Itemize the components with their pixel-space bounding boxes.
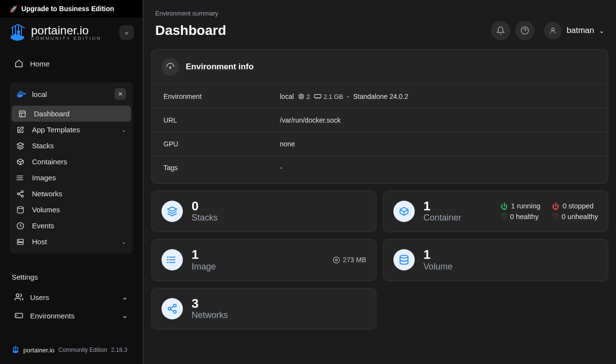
sidebar-collapse-button[interactable]: «	[119, 25, 134, 40]
tile-images[interactable]: 1 Image 273 MB	[151, 239, 376, 281]
cpu-chip: 2	[298, 93, 310, 100]
disk-icon	[333, 256, 340, 264]
user-menu[interactable]: batman ⌄	[544, 22, 604, 39]
nav-label: Users	[30, 293, 49, 301]
svg-point-34	[18, 240, 19, 240]
svg-point-67	[400, 255, 408, 258]
help-icon	[520, 26, 529, 35]
upgrade-label: Upgrade to Business Edition	[21, 5, 114, 13]
settings-heading: Settings	[0, 263, 143, 285]
nav-label: Volumes	[32, 206, 60, 214]
templates-icon	[16, 126, 25, 134]
svg-point-65	[333, 257, 340, 263]
nav-label: Events	[32, 222, 54, 230]
username: batman	[567, 26, 594, 35]
svg-point-69	[168, 307, 171, 310]
svg-point-40	[552, 28, 554, 31]
svg-line-29	[19, 194, 22, 196]
breadcrumb: Environment summary	[144, 0, 616, 17]
gauge-icon	[162, 58, 179, 76]
svg-point-30	[17, 206, 23, 208]
brand-logo[interactable]: portainer.io COMMUNITY EDITION	[9, 22, 101, 43]
container-stats: ⏻1 running ⏻0 stopped ♡0 healthy ♡0 unhe…	[501, 202, 598, 221]
user-avatar	[544, 22, 562, 39]
row-value: /var/run/docker.sock	[268, 109, 608, 132]
env-close-button[interactable]: ✕	[114, 88, 126, 100]
containers-icon	[16, 158, 25, 166]
nav-label: App Templates	[32, 126, 80, 134]
svg-point-24	[17, 179, 17, 180]
version-value: Standalone 24.0.2	[353, 93, 408, 100]
sidebar-item-host[interactable]: Host ⌄	[10, 234, 133, 250]
svg-point-22	[17, 175, 17, 176]
svg-line-71	[171, 306, 174, 308]
tile-containers[interactable]: 1 Container ⏻1 running ⏻0 stopped ♡0 hea…	[383, 190, 608, 232]
svg-point-63	[167, 260, 168, 260]
sidebar-item-containers[interactable]: Containers	[10, 154, 133, 170]
tile-label: Image	[192, 262, 216, 272]
events-icon	[16, 222, 25, 230]
separator: -	[347, 93, 350, 100]
svg-point-23	[17, 177, 17, 178]
sidebar-item-app-templates[interactable]: App Templates ⌄	[10, 122, 133, 138]
sidebar-item-stacks[interactable]: Stacks	[10, 138, 133, 154]
env-group: local ✕ Dashboard App Templates ⌄ Stacks…	[10, 82, 133, 253]
footer-brand: portainer.io	[23, 347, 54, 354]
sidebar-item-users[interactable]: Users ⌄	[10, 288, 133, 306]
images-icon	[162, 249, 183, 270]
help-button[interactable]	[515, 21, 535, 40]
brand-edition: COMMUNITY EDITION	[31, 36, 101, 41]
memory-chip: 2.1 GB	[314, 93, 343, 100]
sidebar-item-environments[interactable]: Environments ⌄	[10, 306, 133, 325]
sidebar-item-home[interactable]: Home	[10, 54, 133, 73]
chevron-left-double-icon: «	[125, 29, 128, 36]
portainer-logo-icon	[9, 22, 27, 43]
chevron-down-icon: ⌄	[122, 311, 128, 320]
svg-point-41	[170, 67, 171, 68]
sidebar-item-dashboard[interactable]: Dashboard	[12, 106, 131, 122]
stat-unhealthy: ♡0 unhealthy	[552, 212, 598, 221]
svg-point-25	[21, 190, 23, 192]
svg-rect-33	[17, 242, 23, 244]
chevron-down-icon: ⌄	[121, 127, 126, 133]
tile-networks[interactable]: 3 Networks	[151, 288, 376, 330]
sidebar-item-volumes[interactable]: Volumes	[10, 202, 133, 218]
svg-marker-17	[17, 142, 23, 146]
bell-icon	[496, 26, 505, 35]
svg-point-70	[174, 310, 177, 313]
svg-point-27	[21, 195, 23, 197]
sidebar-item-images[interactable]: Images	[10, 170, 133, 186]
portainer-small-icon	[12, 346, 19, 354]
main: Environment summary Dashboard batman ⌄	[144, 0, 616, 364]
svg-rect-43	[300, 95, 302, 97]
rocket-icon: 🚀	[10, 5, 17, 13]
tile-stacks[interactable]: 0 Stacks	[151, 190, 376, 232]
networks-icon	[16, 190, 25, 198]
networks-icon	[162, 298, 183, 319]
containers-icon	[393, 201, 415, 222]
nav-label: Containers	[32, 158, 67, 166]
tile-label: Container	[423, 213, 461, 223]
environment-info-widget: Environment info Environment local 2	[151, 49, 608, 184]
chevron-down-icon: ⌄	[121, 238, 126, 245]
users-icon	[15, 293, 23, 301]
logo-row: portainer.io COMMUNITY EDITION «	[0, 17, 143, 51]
nav-label: Environments	[30, 312, 75, 320]
heart-icon: ♡	[552, 212, 558, 221]
tile-count: 3	[192, 297, 228, 310]
svg-rect-52	[314, 95, 321, 98]
sidebar-item-networks[interactable]: Networks	[10, 186, 133, 202]
env-header[interactable]: local ✕	[10, 82, 133, 106]
stat-stopped: ⏻0 stopped	[552, 202, 598, 210]
tile-label: Stacks	[192, 213, 218, 223]
env-name: local	[32, 90, 47, 98]
row-label: Tags	[152, 156, 268, 180]
power-icon: ⏻	[552, 202, 559, 210]
tile-volumes[interactable]: 1 Volume	[383, 239, 608, 281]
upgrade-banner[interactable]: 🚀 Upgrade to Business Edition	[0, 0, 143, 17]
sidebar-item-events[interactable]: Events	[10, 218, 133, 234]
sidebar-footer: portainer.io Community Edition 2.18.3	[0, 336, 143, 364]
notifications-button[interactable]	[491, 21, 510, 40]
page-title: Dashboard	[155, 23, 226, 38]
svg-rect-14	[19, 111, 25, 117]
